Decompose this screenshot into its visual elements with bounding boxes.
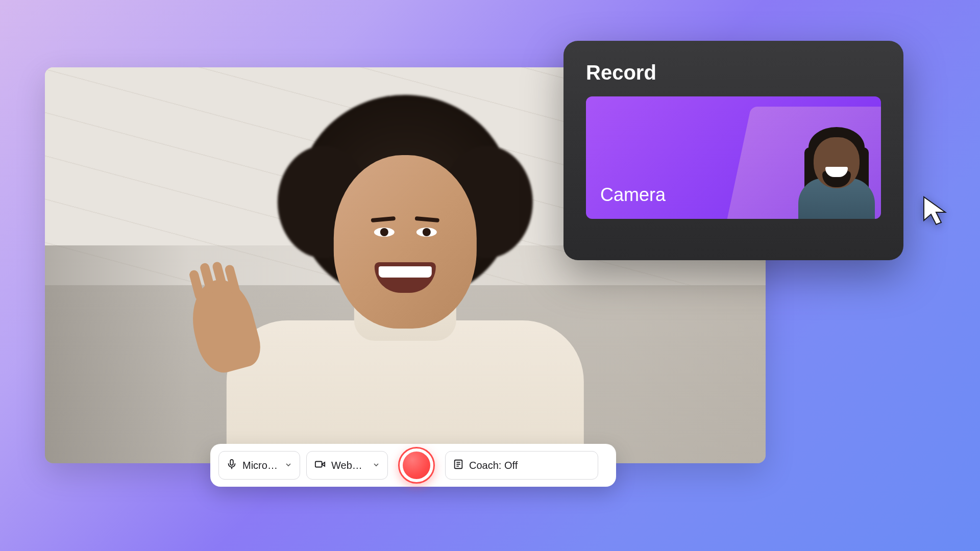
coach-toggle[interactable]: Coach: Off bbox=[445, 451, 598, 480]
svg-rect-0 bbox=[230, 459, 233, 465]
camera-icon bbox=[314, 459, 326, 472]
recording-toolbar: Microp… Web… bbox=[210, 444, 616, 487]
coach-label: Coach: Off bbox=[469, 460, 591, 471]
microphone-select[interactable]: Microp… bbox=[218, 451, 300, 480]
record-panel: Record Camera bbox=[564, 41, 903, 260]
camera-mode-tile[interactable]: Camera bbox=[586, 96, 881, 219]
microphone-icon bbox=[226, 459, 237, 472]
record-button[interactable] bbox=[398, 447, 435, 484]
chevron-down-icon bbox=[284, 460, 292, 471]
svg-rect-2 bbox=[315, 461, 322, 467]
microphone-label: Microp… bbox=[242, 460, 279, 471]
coach-icon bbox=[453, 459, 464, 472]
webcam-select[interactable]: Web… bbox=[306, 451, 388, 480]
webcam-label: Web… bbox=[331, 460, 367, 471]
record-icon bbox=[403, 452, 430, 479]
chevron-down-icon bbox=[372, 460, 380, 471]
tile-label: Camera bbox=[600, 184, 666, 206]
tile-avatar bbox=[798, 132, 875, 219]
panel-title: Record bbox=[586, 61, 881, 84]
